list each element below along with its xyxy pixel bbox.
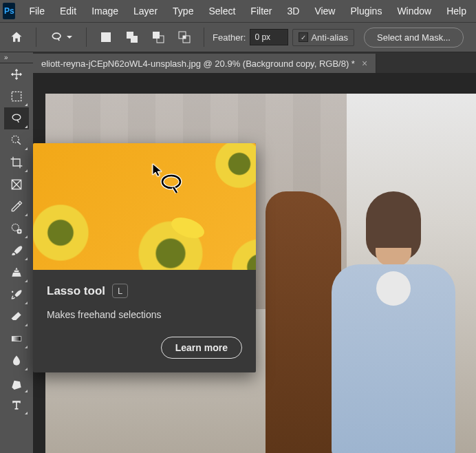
menu-type[interactable]: Type (166, 1, 200, 21)
quick-select-tool[interactable] (4, 129, 29, 151)
tooltip-shortcut: L (112, 284, 128, 298)
tooltip-title: Lasso tool (47, 284, 105, 298)
menu-plugins[interactable]: Plugins (343, 1, 389, 21)
svg-rect-3 (131, 36, 138, 43)
svg-point-10 (12, 114, 21, 120)
options-bar: Feather: ✓ Anti-alias Select and Mask... (0, 22, 476, 52)
eraser-tool[interactable] (4, 306, 29, 328)
feather-input[interactable] (250, 29, 288, 45)
marquee-tool[interactable] (4, 85, 29, 107)
divider (86, 28, 87, 47)
lasso-tool[interactable] (4, 107, 29, 129)
antialias-checkbox[interactable]: ✓ Anti-alias (292, 29, 354, 46)
app-logo[interactable]: Ps (3, 3, 15, 19)
svg-rect-8 (183, 36, 186, 39)
antialias-label: Anti-alias (311, 32, 347, 43)
svg-rect-1 (101, 32, 111, 42)
clone-stamp-tool[interactable] (4, 262, 29, 284)
toolbar-expand-handle[interactable]: » (0, 52, 33, 63)
menu-edit[interactable]: Edit (53, 1, 83, 21)
tooltip-preview-image (33, 143, 256, 270)
lasso-icon (160, 173, 184, 197)
healing-brush-tool[interactable] (4, 218, 29, 240)
blur-tool[interactable] (4, 350, 29, 372)
frame-tool[interactable] (4, 173, 29, 196)
svg-rect-9 (12, 92, 21, 101)
tool-tooltip: Lasso tool L Makes freehand selections L… (33, 143, 256, 372)
menu-filter[interactable]: Filter (244, 1, 279, 21)
menu-file[interactable]: File (22, 1, 52, 21)
type-tool[interactable] (4, 394, 29, 416)
svg-point-18 (162, 176, 180, 188)
brush-tool[interactable] (4, 240, 29, 262)
move-tool[interactable] (4, 63, 29, 85)
menu-help[interactable]: Help (440, 1, 473, 21)
intersect-selection-icon[interactable] (173, 26, 195, 48)
check-icon: ✓ (299, 32, 308, 42)
toolbar: » (0, 52, 33, 453)
crop-tool[interactable] (4, 151, 29, 173)
subtract-selection-icon[interactable] (147, 26, 169, 48)
svg-point-0 (52, 33, 61, 39)
tool-preset-icon[interactable] (45, 26, 78, 48)
home-button[interactable] (6, 26, 28, 48)
menu-layer[interactable]: Layer (127, 1, 164, 21)
select-and-mask-button[interactable]: Select and Mask... (364, 28, 464, 48)
tooltip-description: Makes freehand selections (47, 309, 242, 320)
document-tab[interactable]: eliott-reyna-jCEpN62oWL4-unsplash.jpg @ … (33, 54, 376, 73)
eyedropper-tool[interactable] (4, 196, 29, 218)
menu-window[interactable]: Window (390, 1, 438, 21)
divider (36, 28, 36, 47)
tab-strip: eliott-reyna-jCEpN62oWL4-unsplash.jpg @ … (33, 52, 476, 73)
svg-rect-4 (153, 32, 160, 39)
history-brush-tool[interactable] (4, 284, 29, 306)
add-selection-icon[interactable] (121, 26, 143, 48)
divider (204, 28, 204, 47)
pen-tool[interactable] (4, 372, 29, 394)
learn-more-button[interactable]: Learn more (161, 337, 242, 359)
menubar: Ps File Edit Image Layer Type Select Fil… (0, 0, 476, 22)
feather-label: Feather: (213, 32, 246, 43)
menu-view[interactable]: View (307, 1, 342, 21)
menu-select[interactable]: Select (202, 1, 242, 21)
close-icon[interactable]: × (362, 58, 367, 69)
new-selection-icon[interactable] (95, 26, 117, 48)
menu-3d[interactable]: 3D (280, 1, 306, 21)
svg-rect-15 (12, 337, 21, 341)
tab-title: eliott-reyna-jCEpN62oWL4-unsplash.jpg @ … (41, 59, 355, 69)
menu-image[interactable]: Image (85, 1, 125, 21)
gradient-tool[interactable] (4, 328, 29, 350)
